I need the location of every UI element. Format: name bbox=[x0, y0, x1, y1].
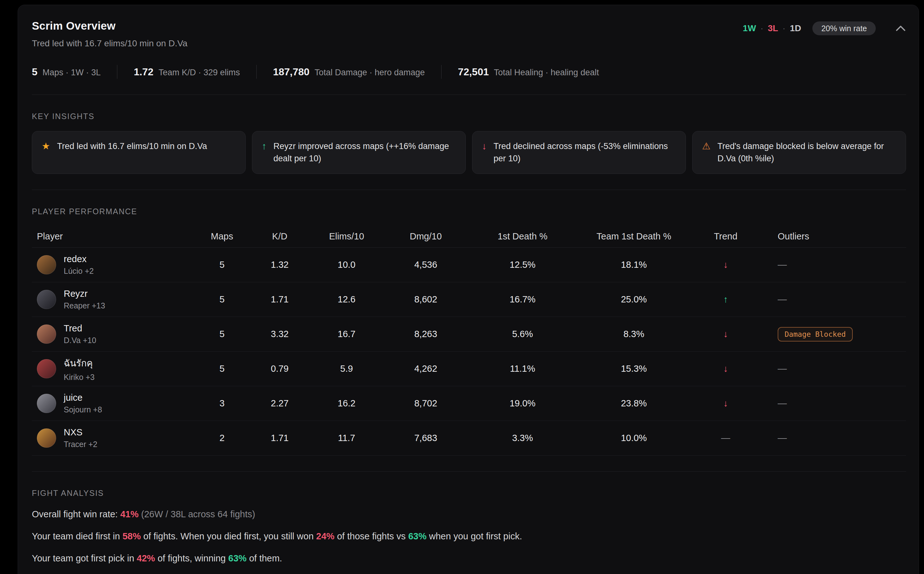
record-wins: 1W bbox=[743, 23, 756, 33]
page-subtitle: Tred led with 16.7 elims/10 min on D.Va bbox=[32, 38, 187, 49]
trend-up-icon: ↑ bbox=[262, 140, 266, 152]
player-name-stack: juiceSojourn +8 bbox=[64, 393, 102, 414]
stat-label: Team K/D · 329 elims bbox=[159, 68, 240, 77]
empty-outlier-dash: — bbox=[778, 260, 787, 270]
maps-cell: 5 bbox=[195, 294, 250, 304]
trend-none-icon: — bbox=[691, 433, 760, 443]
player-cell: NXSTracer +2 bbox=[32, 427, 195, 449]
elims-per-10-cell: 11.7 bbox=[310, 433, 383, 443]
player-performance-label: PLAYER PERFORMANCE bbox=[32, 207, 906, 216]
player-cell: ฉันรักคุKiriko +3 bbox=[32, 356, 195, 382]
player-name: ฉันรักคุ bbox=[64, 356, 95, 371]
insight-cards: ★Tred led with 16.7 elims/10 min on D.Va… bbox=[32, 131, 906, 174]
warning-icon: ⚠ bbox=[702, 140, 710, 152]
dmg-per-10-cell: 8,602 bbox=[383, 294, 468, 304]
player-cell: juiceSojourn +8 bbox=[32, 393, 195, 414]
header-right: 1W · 3L · 1D 20% win rate bbox=[743, 21, 906, 35]
text-segment: of those fights vs bbox=[335, 531, 408, 541]
insight-card: ⚠Tred's damage blocked is below average … bbox=[692, 131, 906, 174]
trend-down-icon: ↓ bbox=[691, 329, 760, 339]
column-header: K/D bbox=[250, 231, 310, 242]
team-first-death-pct-cell: 23.8% bbox=[577, 398, 691, 408]
text-segment: of them. bbox=[247, 553, 282, 563]
player-name-stack: redexLúcio +2 bbox=[64, 254, 94, 276]
stat-percentage: 63% bbox=[228, 553, 247, 563]
dmg-per-10-cell: 8,702 bbox=[383, 398, 468, 408]
stat-label: Total Healing · healing dealt bbox=[494, 68, 599, 77]
elims-per-10-cell: 12.6 bbox=[310, 294, 383, 304]
table-row: ฉันรักคุKiriko +350.795.94,26211.1%15.3%… bbox=[32, 352, 906, 386]
player-avatar bbox=[37, 359, 56, 378]
trend-down-icon: ↓ bbox=[482, 140, 487, 152]
stat-separator bbox=[441, 65, 441, 79]
player-cell: redexLúcio +2 bbox=[32, 254, 195, 276]
fight-analysis-line: Overall fight win rate: 41% (26W / 38L a… bbox=[32, 508, 906, 520]
kd-cell: 0.79 bbox=[250, 364, 310, 374]
elims-per-10-cell: 5.9 bbox=[310, 364, 383, 374]
player-avatar bbox=[37, 290, 56, 309]
outliers-cell: Damage Blocked bbox=[760, 327, 906, 342]
dmg-per-10-cell: 4,536 bbox=[383, 260, 468, 270]
collapse-button[interactable] bbox=[895, 25, 906, 32]
kd-cell: 3.32 bbox=[250, 329, 310, 339]
player-name-stack: NXSTracer +2 bbox=[64, 427, 97, 449]
outliers-cell: — bbox=[760, 294, 906, 304]
column-header: Maps bbox=[195, 231, 250, 242]
team-first-death-pct-cell: 10.0% bbox=[577, 433, 691, 443]
player-name: Reyzr bbox=[64, 289, 105, 299]
first-death-pct-cell: 11.1% bbox=[468, 364, 577, 374]
stat-separator bbox=[256, 65, 257, 79]
player-heroes: D.Va +10 bbox=[64, 336, 96, 345]
insight-card: ↑Reyzr improved across maps (++16% damag… bbox=[252, 131, 466, 174]
first-death-pct-cell: 19.0% bbox=[468, 398, 577, 408]
chevron-up-icon bbox=[895, 25, 906, 32]
record-losses: 3L bbox=[768, 23, 778, 33]
text-segment: Overall fight win rate: bbox=[32, 509, 120, 519]
stat-percentage: 63% bbox=[408, 531, 426, 541]
stat-value: 187,780 bbox=[273, 66, 310, 78]
fight-analysis-label: FIGHT ANALYSIS bbox=[32, 489, 906, 498]
insight-card: ★Tred led with 16.7 elims/10 min on D.Va bbox=[32, 131, 246, 174]
table-body: redexLúcio +251.3210.04,53612.5%18.1%↓—R… bbox=[32, 248, 906, 456]
table-row: NXSTracer +221.7111.77,6833.3%10.0%—— bbox=[32, 421, 906, 456]
elims-per-10-cell: 16.2 bbox=[310, 398, 383, 408]
player-avatar bbox=[37, 394, 56, 413]
player-avatar bbox=[37, 255, 56, 274]
summary-stat: 72,501Total Healing · healing dealt bbox=[458, 66, 599, 78]
player-name-stack: ReyzrReaper +13 bbox=[64, 289, 105, 310]
outliers-cell: — bbox=[760, 260, 906, 270]
header: Scrim Overview Tred led with 16.7 elims/… bbox=[32, 19, 906, 49]
scrim-overview-panel: Scrim Overview Tred led with 16.7 elims/… bbox=[17, 5, 919, 574]
trend-down-icon: ↓ bbox=[691, 260, 760, 270]
maps-cell: 5 bbox=[195, 329, 250, 339]
player-avatar bbox=[37, 325, 56, 344]
stat-value: 1.72 bbox=[134, 66, 153, 78]
insight-text: Reyzr improved across maps (++16% damage… bbox=[274, 140, 456, 165]
summary-stat: 187,780Total Damage · hero damage bbox=[273, 66, 425, 78]
table-row: TredD.Va +1053.3216.78,2635.6%8.3%↓Damag… bbox=[32, 317, 906, 352]
page-title: Scrim Overview bbox=[32, 19, 187, 32]
maps-cell: 5 bbox=[195, 364, 250, 374]
table-row: juiceSojourn +832.2716.28,70219.0%23.8%↓… bbox=[32, 386, 906, 421]
key-insights-label: KEY INSIGHTS bbox=[32, 112, 906, 121]
column-header: Team 1st Death % bbox=[577, 231, 691, 242]
fight-analysis-line: Your team got first pick in 42% of fight… bbox=[32, 553, 906, 564]
column-header: 1st Death % bbox=[468, 231, 577, 242]
column-header: Outliers bbox=[760, 231, 906, 242]
kd-cell: 1.71 bbox=[250, 433, 310, 443]
empty-outlier-dash: — bbox=[778, 398, 787, 408]
summary-stat: 5Maps · 1W · 3L bbox=[32, 66, 101, 78]
player-name-stack: ฉันรักคุKiriko +3 bbox=[64, 356, 95, 382]
header-left: Scrim Overview Tred led with 16.7 elims/… bbox=[32, 19, 187, 49]
outliers-cell: — bbox=[760, 398, 906, 408]
dmg-per-10-cell: 7,683 bbox=[383, 433, 468, 443]
trend-up-icon: ↑ bbox=[691, 294, 760, 304]
insight-text: Tred led with 16.7 elims/10 min on D.Va bbox=[57, 140, 207, 153]
column-header: Elims/10 bbox=[310, 231, 383, 242]
player-name: juice bbox=[64, 393, 102, 403]
stat-percentage: 58% bbox=[122, 531, 141, 541]
first-death-pct-cell: 3.3% bbox=[468, 433, 577, 443]
table-row: redexLúcio +251.3210.04,53612.5%18.1%↓— bbox=[32, 248, 906, 282]
text-segment: of fights, winning bbox=[155, 553, 228, 563]
first-death-pct-cell: 12.5% bbox=[468, 260, 577, 270]
